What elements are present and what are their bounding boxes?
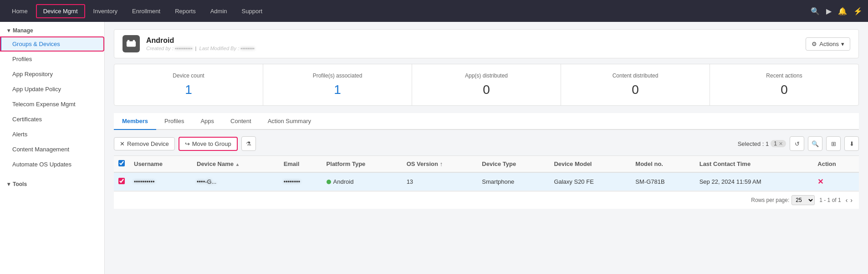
android-dot-icon xyxy=(327,180,331,184)
main-content: Android Created by : •••••••••• | Last M… xyxy=(105,22,868,274)
filter-button[interactable]: ⚗ xyxy=(241,136,256,151)
col-header-os-version: OS Version ↑ xyxy=(402,156,478,173)
sidebar-manage-label: Manage xyxy=(13,27,33,34)
nav-item-home[interactable]: Home xyxy=(5,5,34,17)
next-page-button[interactable]: › xyxy=(850,196,853,204)
platform-type-value: Android xyxy=(333,178,354,185)
sidebar-item-certificates[interactable]: Certificates xyxy=(0,112,104,127)
sidebar: ▾ Manage Groups & Devices Profiles App R… xyxy=(0,22,105,274)
selected-count: 1 xyxy=(774,140,777,147)
nav-right-icons: 🔍 ▶ 🔔 ⚡ xyxy=(811,7,863,16)
nav-item-device-mgmt[interactable]: Device Mgmt xyxy=(36,4,85,18)
sidebar-item-app-repository[interactable]: App Repository xyxy=(0,67,104,82)
move-icon: ↪ xyxy=(185,140,190,147)
row-os-version: 13 xyxy=(402,172,478,191)
stat-profiles-label: Profile(s) associated xyxy=(268,72,407,79)
stat-recent-value: 0 xyxy=(715,83,854,97)
layout: ▾ Manage Groups & Devices Profiles App R… xyxy=(0,22,868,274)
notification-icon[interactable]: 🔔 xyxy=(838,7,847,16)
device-name-label: Device Name xyxy=(197,160,234,167)
sidebar-item-groups-devices[interactable]: Groups & Devices xyxy=(0,36,104,52)
tab-content[interactable]: Content xyxy=(222,113,260,130)
lightning-icon[interactable]: ⚡ xyxy=(853,7,863,16)
row-last-contact-time: Sep 22, 2024 11:59 AM xyxy=(695,172,813,191)
actions-button[interactable]: ⚙ Actions ▾ xyxy=(806,37,850,51)
sidebar-item-content-management[interactable]: Content Management xyxy=(0,142,104,157)
filter-icon: ⚗ xyxy=(246,140,251,147)
row-checkbox[interactable] xyxy=(118,178,125,184)
sidebar-item-profiles[interactable]: Profiles xyxy=(0,52,104,67)
stat-device-count-value: 1 xyxy=(119,83,258,97)
tabs-bar: Members Profiles Apps Content Action Sum… xyxy=(114,113,859,130)
created-by-label: Created by : xyxy=(146,46,174,51)
move-to-group-button[interactable]: ↪ Move to Group xyxy=(179,137,238,151)
refresh-button[interactable]: ↺ xyxy=(790,136,804,151)
page-info: 1 - 1 of 1 xyxy=(819,197,841,203)
nav-item-support[interactable]: Support xyxy=(235,5,269,17)
grid-icon: ⊞ xyxy=(831,140,836,147)
row-platform-type: Android xyxy=(322,172,402,191)
stats-row: Device count 1 Profile(s) associated 1 A… xyxy=(114,64,859,106)
members-table: Username Device Name ▲ Email Platform Ty… xyxy=(114,155,859,191)
stat-apps-distributed: App(s) distributed 0 xyxy=(412,64,561,105)
stat-profiles-associated: Profile(s) associated 1 xyxy=(263,64,412,105)
nav-item-reports[interactable]: Reports xyxy=(168,5,202,17)
row-device-name: ••••-G... xyxy=(192,172,279,191)
android-title: Android xyxy=(146,36,255,45)
col-header-last-contact: Last Contact Time xyxy=(695,156,813,173)
row-checkbox-cell xyxy=(114,172,129,191)
clear-selection-button[interactable]: ✕ xyxy=(779,141,783,147)
selected-info: Selected : 1 1 ✕ ↺ 🔍 ⊞ ⬇ xyxy=(738,136,859,151)
remove-device-label: Remove Device xyxy=(127,140,169,147)
sidebar-tools-label: Tools xyxy=(13,181,27,187)
svg-rect-2 xyxy=(127,41,136,47)
download-icon: ⬇ xyxy=(849,140,854,147)
video-icon[interactable]: ▶ xyxy=(826,7,832,16)
sort-icon-device-name[interactable]: ▲ xyxy=(235,162,240,167)
remove-device-button[interactable]: ✕ Remove Device xyxy=(114,137,175,150)
tab-apps[interactable]: Apps xyxy=(192,113,222,130)
rows-per-page: Rows per page: 25 50 100 xyxy=(751,195,815,205)
row-action: ✕ xyxy=(813,172,859,191)
chevron-down-icon: ▾ xyxy=(7,27,10,34)
sidebar-item-telecom-expense-mgmt[interactable]: Telecom Expense Mgmt xyxy=(0,97,104,112)
sidebar-tools-header[interactable]: ▾ Tools xyxy=(0,176,104,190)
row-device-type: Smartphone xyxy=(477,172,549,191)
col-header-username: Username xyxy=(129,156,192,173)
sidebar-manage-header[interactable]: ▾ Manage xyxy=(0,22,104,36)
nav-item-enrollment[interactable]: Enrollment xyxy=(126,5,167,17)
nav-item-admin[interactable]: Admin xyxy=(204,5,234,17)
select-all-checkbox[interactable] xyxy=(118,160,125,166)
rows-per-page-select[interactable]: 25 50 100 xyxy=(791,195,815,205)
nav-item-inventory[interactable]: Inventory xyxy=(87,5,124,17)
stat-content-label: Content distributed xyxy=(566,72,705,79)
chevron-down-icon-tools: ▾ xyxy=(7,181,10,187)
row-model-no: SM-G781B xyxy=(631,172,694,191)
last-modified-value: •••••••• xyxy=(240,46,255,51)
tab-action-summary[interactable]: Action Summary xyxy=(260,113,319,130)
stat-apps-value: 0 xyxy=(417,83,556,97)
col-header-action: Action xyxy=(813,156,859,173)
tab-members[interactable]: Members xyxy=(114,113,156,130)
col-header-device-model: Device Model xyxy=(549,156,631,173)
prev-page-button[interactable]: ‹ xyxy=(846,196,848,204)
android-meta: Created by : •••••••••• | Last Modified … xyxy=(146,46,255,51)
search-icon[interactable]: 🔍 xyxy=(811,7,820,16)
sidebar-item-app-update-policy[interactable]: App Update Policy xyxy=(0,82,104,97)
sidebar-item-automate-os-updates[interactable]: Automate OS Updates xyxy=(0,157,104,172)
col-header-model-no: Model no. xyxy=(631,156,694,173)
stat-device-count-label: Device count xyxy=(119,72,258,79)
tab-profiles[interactable]: Profiles xyxy=(156,113,192,130)
refresh-icon: ↺ xyxy=(795,140,800,147)
sidebar-item-alerts[interactable]: Alerts xyxy=(0,127,104,142)
download-button[interactable]: ⬇ xyxy=(844,136,859,151)
stat-content-value: 0 xyxy=(566,83,705,97)
grid-view-button[interactable]: ⊞ xyxy=(826,136,841,151)
table-toolbar: ✕ Remove Device ↪ Move to Group ⚗ Select… xyxy=(114,136,859,151)
stat-profiles-value: 1 xyxy=(268,83,407,97)
stat-recent-label: Recent actions xyxy=(715,72,854,79)
search-table-button[interactable]: 🔍 xyxy=(808,136,822,151)
col-header-platform-type: Platform Type xyxy=(322,156,402,173)
remove-row-button[interactable]: ✕ xyxy=(817,178,823,186)
table-footer: Rows per page: 25 50 100 1 - 1 of 1 ‹ › xyxy=(114,191,859,209)
